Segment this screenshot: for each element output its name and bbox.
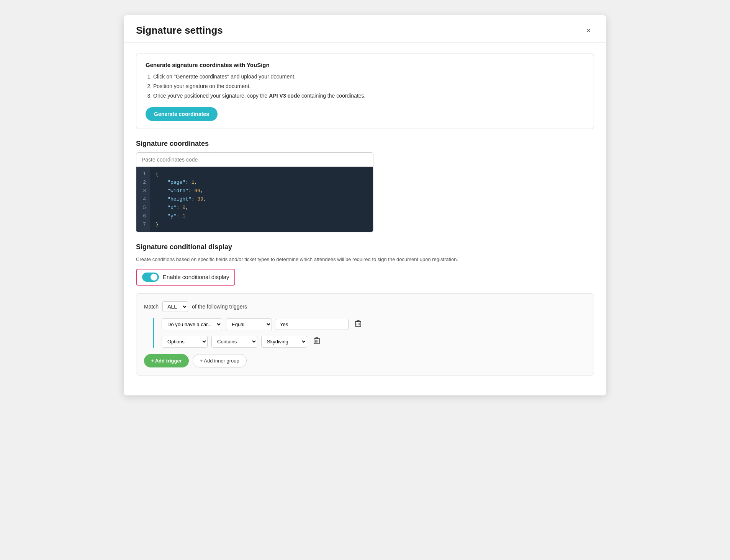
trigger-group: Do you have a car... Equal [153,318,586,348]
delete-trigger-2[interactable] [311,335,322,348]
line-num-4: 4 [140,195,146,204]
conditional-desc: Create conditions based on specific fiel… [136,256,594,263]
delete-trigger-1[interactable] [352,318,364,331]
line-num-1: 1 [140,170,146,178]
action-buttons: + Add trigger + Add inner group [144,354,586,367]
triggers-box: Match ALL ANY of the following triggers … [136,293,594,376]
match-select[interactable]: ALL ANY [162,301,188,312]
step-1: Click on "Generate coordinates" and uplo… [153,72,584,82]
svg-rect-2 [357,320,359,322]
trigger-field-2[interactable]: Options [162,336,208,348]
match-row: Match ALL ANY of the following triggers [144,301,586,312]
code-editor: 1 2 3 4 5 6 7 { "page": 1, "width": 99, … [136,167,373,233]
trigger-operator-2[interactable]: Contains [211,336,257,348]
steps-list: Click on "Generate coordinates" and uplo… [153,72,584,101]
trash-icon-2 [313,337,320,344]
trigger-field-1[interactable]: Do you have a car... [162,318,222,330]
code-editor-inner: 1 2 3 4 5 6 7 { "page": 1, "width": 99, … [136,167,373,232]
code-content: { "page": 1, "width": 99, "height": 39, … [150,167,212,232]
line-num-7: 7 [140,220,146,229]
toggle-highlight: Enable conditional display [136,269,235,286]
step-3: Once you've positioned your signature, c… [153,91,584,101]
trigger-value-1[interactable] [276,319,349,330]
signature-settings-modal: Signature settings × Generate signature … [124,15,606,395]
step-2: Position your signature on the document. [153,82,584,91]
toggle-label: Enable conditional display [163,274,229,280]
line-num-2: 2 [140,178,146,187]
line-num-5: 5 [140,204,146,212]
add-inner-group-button[interactable]: + Add inner group [193,354,247,367]
modal-header: Signature settings × [124,15,606,43]
line-num-6: 6 [140,212,146,220]
api-v3-bold: API V3 code [269,93,300,99]
svg-rect-8 [316,338,318,339]
toggle-slider [142,273,159,282]
toggle-row: Enable conditional display [136,269,594,286]
conditional-section-title: Signature conditional display [136,243,594,251]
modal-body: Generate signature coordinates with YouS… [124,43,606,395]
info-box: Generate signature coordinates with YouS… [136,54,594,129]
trigger-row-2: Options Contains Skydiving [162,335,586,348]
coords-section: Signature coordinates 1 2 3 4 5 6 7 { "p… [136,140,594,233]
add-trigger-button[interactable]: + Add trigger [144,354,189,367]
following-triggers-label: of the following triggers [192,304,247,310]
conditional-section: Signature conditional display Create con… [136,243,594,376]
conditional-display-toggle[interactable] [142,273,159,282]
info-box-title: Generate signature coordinates with YouS… [146,62,584,68]
coords-section-title: Signature coordinates [136,140,594,148]
trigger-value-select-2[interactable]: Skydiving [261,336,307,348]
close-button[interactable]: × [583,25,594,36]
match-label: Match [144,304,159,310]
trigger-row-1: Do you have a car... Equal [162,318,586,331]
modal-title: Signature settings [136,24,223,36]
trigger-operator-1[interactable]: Equal [226,318,272,330]
line-numbers: 1 2 3 4 5 6 7 [136,167,150,232]
generate-coordinates-button[interactable]: Generate coordinates [146,107,218,121]
line-num-3: 3 [140,187,146,195]
trash-icon-1 [355,320,362,327]
coords-input[interactable] [136,152,373,167]
